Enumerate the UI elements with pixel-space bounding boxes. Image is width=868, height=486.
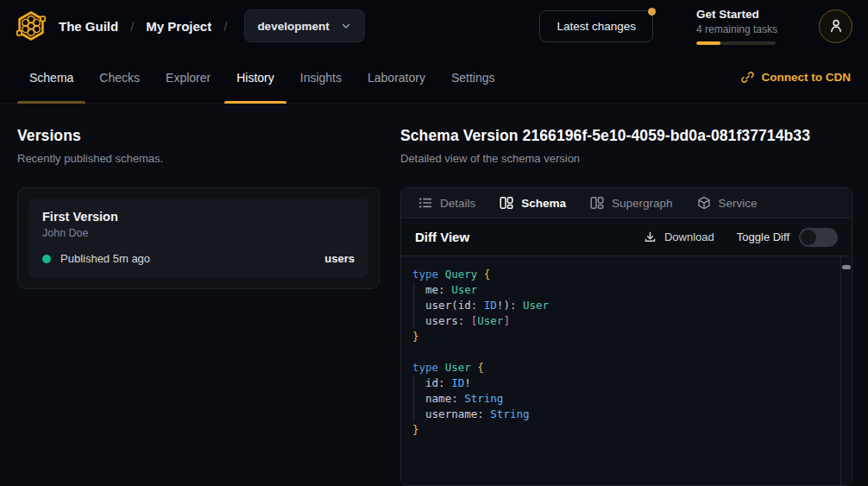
detail-tabs: DetailsSchemaSupergraphService (401, 188, 852, 218)
toggle-knob (801, 230, 816, 245)
hive-logo-icon[interactable] (16, 10, 47, 41)
detail-tab-supergraph[interactable]: Supergraph (590, 196, 673, 210)
user-avatar-button[interactable] (819, 9, 852, 43)
list-icon (418, 196, 432, 210)
code-line (412, 344, 829, 360)
breadcrumb-separator: / (223, 19, 227, 34)
top-bar: The Guild / My Project / development Lat… (0, 0, 868, 52)
get-started-subtitle: 4 remaining tasks (696, 23, 777, 35)
detail-tab-details[interactable]: Details (418, 196, 475, 210)
cube-icon (697, 196, 711, 210)
code-line: type User { (412, 360, 829, 376)
columns-icon (500, 196, 513, 210)
schema-code-block: type Query { me: User user(id: ID!): Use… (401, 256, 852, 486)
breadcrumb-separator: / (130, 19, 134, 34)
tab-label: Laboratory (368, 71, 425, 85)
download-icon (644, 230, 657, 243)
code-line: } (412, 329, 829, 344)
columns-icon (590, 196, 604, 210)
code-line: type Query { (412, 267, 829, 282)
code-line: users: [User] (412, 313, 829, 329)
code-line: name: String (412, 391, 829, 407)
diff-view-title: Diff View (415, 230, 469, 244)
detail-tab-label: Supergraph (612, 197, 673, 210)
tab-history[interactable]: History (224, 52, 286, 103)
versions-subtitle: Recently published schemas. (17, 152, 380, 165)
get-started-progress-fill (696, 41, 720, 45)
detail-tab-label: Service (719, 197, 758, 210)
latest-changes-label: Latest changes (557, 20, 636, 33)
connect-to-cdn-label: Connect to CDN (762, 71, 852, 84)
versions-column: Versions Recently published schemas. Fir… (0, 104, 400, 486)
diff-toggle-switch[interactable] (799, 228, 838, 247)
version-name: First Version (42, 210, 355, 224)
version-detail-column: Schema Version 2166196f-5e10-4059-bd0a-0… (400, 104, 868, 486)
main-content: Versions Recently published schemas. Fir… (0, 104, 868, 486)
service-name-badge: users (324, 252, 355, 265)
breadcrumb-org[interactable]: The Guild (59, 19, 118, 34)
code-scrollbar-track[interactable] (840, 256, 852, 486)
tab-label: History (236, 71, 274, 85)
person-icon (828, 18, 844, 34)
tab-label: Checks (99, 71, 140, 85)
tab-laboratory[interactable]: Laboratory (355, 52, 437, 103)
code-line: me: User (412, 282, 829, 298)
tab-label: Schema (29, 71, 73, 85)
primary-tabs: SchemaChecksExplorerHistoryInsightsLabor… (17, 52, 507, 103)
versions-title: Versions (17, 127, 380, 145)
toggle-diff-control: Toggle Diff (737, 228, 838, 247)
download-button[interactable]: Download (644, 230, 714, 243)
versions-card: First Version John Doe Published 5m ago … (17, 187, 380, 289)
breadcrumb-project[interactable]: My Project (146, 19, 211, 34)
code-line: } (412, 422, 829, 438)
code-line: user(id: ID!): User (412, 298, 829, 313)
tab-settings[interactable]: Settings (439, 52, 507, 103)
tab-label: Insights (300, 71, 342, 85)
tab-label: Explorer (166, 71, 211, 85)
detail-tab-schema[interactable]: Schema (500, 196, 566, 210)
link-icon (741, 71, 754, 84)
version-detail-panel: DetailsSchemaSupergraphService Diff View… (400, 187, 852, 486)
target-selector-value: development (257, 20, 329, 33)
detail-tab-label: Schema (521, 197, 566, 210)
tab-schema[interactable]: Schema (17, 52, 85, 103)
connect-to-cdn-link[interactable]: Connect to CDN (741, 52, 852, 103)
published-status-text: Published 5m ago (60, 252, 150, 265)
schema-version-title: Schema Version 2166196f-5e10-4059-bd0a-0… (400, 127, 852, 145)
diff-view-header: Diff View Download Toggle Diff (401, 218, 852, 256)
version-author: John Doe (42, 227, 355, 239)
download-label: Download (664, 230, 714, 243)
chevron-down-icon (340, 20, 352, 32)
tab-explorer[interactable]: Explorer (154, 52, 223, 103)
primary-nav: SchemaChecksExplorerHistoryInsightsLabor… (0, 52, 868, 104)
get-started-progress-track (696, 41, 776, 45)
version-list-item[interactable]: First Version John Doe Published 5m ago … (28, 199, 368, 278)
code-line: id: ID! (412, 376, 829, 391)
get-started-title: Get Started (696, 8, 777, 21)
detail-tab-service[interactable]: Service (697, 196, 758, 210)
schema-version-subtitle: Detailed view of the schema version (400, 152, 852, 165)
version-status-row: Published 5m ago users (42, 252, 355, 265)
code-line: username: String (412, 407, 829, 422)
breadcrumb: The Guild / My Project / (59, 19, 239, 34)
toggle-diff-label: Toggle Diff (737, 230, 789, 243)
diff-view-actions: Download Toggle Diff (644, 228, 838, 247)
get-started-widget[interactable]: Get Started 4 remaining tasks (696, 8, 777, 45)
target-selector-dropdown[interactable]: development (244, 9, 364, 42)
published-status-dot (42, 255, 51, 263)
tab-label: Settings (451, 71, 495, 85)
tab-insights[interactable]: Insights (288, 52, 354, 103)
code-scrollbar-thumb[interactable] (842, 265, 851, 269)
latest-changes-button[interactable]: Latest changes (539, 10, 653, 42)
code-lines: type Query { me: User user(id: ID!): Use… (412, 267, 829, 438)
notification-dot (648, 8, 656, 16)
tab-checks[interactable]: Checks (87, 52, 152, 103)
detail-tab-label: Details (440, 197, 475, 210)
